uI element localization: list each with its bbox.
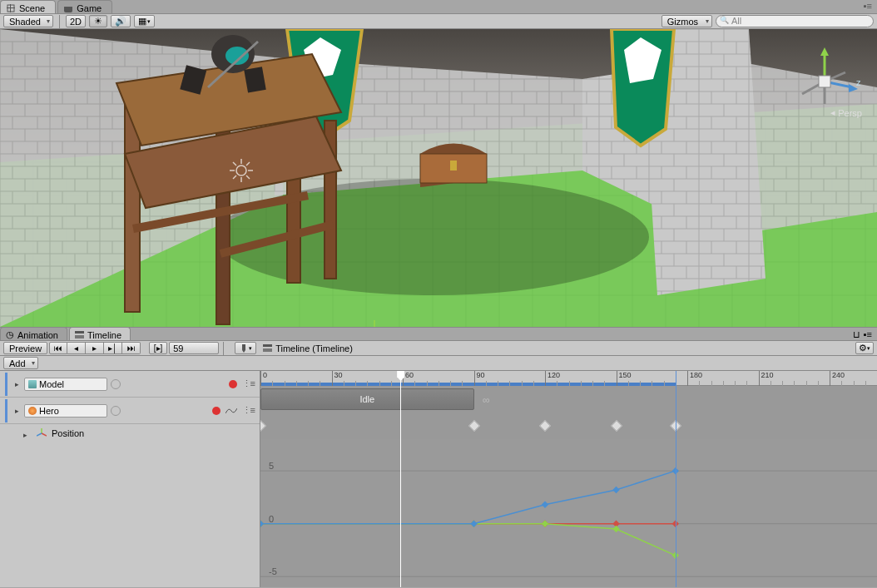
model-binding-field[interactable]: Model xyxy=(24,378,107,391)
add-track-button[interactable]: Add xyxy=(3,357,38,369)
svg-rect-79 xyxy=(612,526,619,532)
shading-mode-label: Shaded xyxy=(9,17,41,27)
idle-clip[interactable]: Idle ∞ xyxy=(260,388,474,410)
svg-line-63 xyxy=(42,433,47,436)
lower-tab-bar: ◷ Animation Timeline ⊔ ▪≡ xyxy=(0,327,877,341)
tab-scene-label: Scene xyxy=(19,3,45,13)
toolbar-divider xyxy=(59,15,60,28)
track-menu-icon[interactable]: ⋮≡ xyxy=(242,405,255,416)
gameobject-icon xyxy=(28,380,37,388)
window-menu-icon[interactable]: ▪≡ xyxy=(864,1,872,11)
scene-render xyxy=(0,29,877,327)
svg-rect-57 xyxy=(75,335,84,338)
gear-icon: ⚙ xyxy=(859,343,867,353)
ruler-tick: 0 xyxy=(260,371,267,386)
tab-game-label: Game xyxy=(77,3,102,13)
persp-text: Persp xyxy=(838,108,862,118)
gizmos-label: Gizmos xyxy=(667,17,698,27)
keyframe-diamond[interactable] xyxy=(468,420,479,432)
svg-rect-83 xyxy=(542,502,548,508)
frame-field[interactable]: 59 xyxy=(169,342,219,354)
tab-animation[interactable]: ◷ Animation xyxy=(0,327,67,340)
svg-marker-48 xyxy=(820,47,829,56)
lock-icon[interactable]: ⊔ xyxy=(853,329,860,340)
ruler-tick: 90 xyxy=(474,371,485,386)
keyframe-diamond[interactable] xyxy=(539,420,551,432)
2d-toggle-label: 2D xyxy=(70,17,82,27)
tab-game[interactable]: Game xyxy=(57,0,112,13)
next-frame-button[interactable]: ▸│ xyxy=(104,342,122,354)
foldout-icon[interactable] xyxy=(23,429,32,437)
play-button[interactable]: ▸ xyxy=(86,342,104,354)
timeline-asset-label: Timeline (Timeline) xyxy=(275,343,353,353)
settings-button[interactable]: ⚙▾ xyxy=(855,342,874,354)
search-placeholder: All xyxy=(731,16,741,26)
speaker-icon: 🔊 xyxy=(115,16,126,27)
svg-text:-5: -5 xyxy=(269,566,277,576)
loop-icon: ∞ xyxy=(483,394,490,406)
game-icon xyxy=(63,3,73,13)
2d-toggle[interactable]: 2D xyxy=(66,15,86,27)
lighting-toggle[interactable]: ☀ xyxy=(89,15,107,27)
goto-start-button[interactable]: ⏮ xyxy=(49,342,67,354)
gizmos-dropdown[interactable]: Gizmos xyxy=(661,15,712,27)
clip-label: Idle xyxy=(359,394,374,404)
svg-text:z: z xyxy=(856,77,861,87)
object-picker-icon[interactable] xyxy=(111,406,121,416)
keyframe-diamond[interactable] xyxy=(260,420,266,432)
hero-binding-field[interactable]: Hero xyxy=(24,404,107,418)
marker-button[interactable]: ▾ xyxy=(235,342,256,354)
curves-plot: 50-5 xyxy=(260,439,877,587)
curves-area[interactable]: 50-5 xyxy=(260,439,877,587)
foldout-icon[interactable] xyxy=(12,380,21,388)
track-hero[interactable]: Hero ⋮≡ xyxy=(0,398,260,424)
svg-rect-84 xyxy=(612,487,619,493)
audio-toggle[interactable]: 🔊 xyxy=(111,15,131,27)
hero-label: Hero xyxy=(39,406,59,416)
keyframe-diamond[interactable] xyxy=(610,420,622,432)
subtrack-position[interactable]: Position xyxy=(0,424,260,442)
time-ruler[interactable]: 0306090120150180210240 xyxy=(260,371,877,386)
track-menu-icon[interactable]: ⋮≡ xyxy=(242,378,255,389)
model-clip-row: Idle ∞ xyxy=(260,386,877,413)
timeline-icon xyxy=(75,330,84,339)
add-track-bar: Add xyxy=(0,356,877,371)
prev-frame-button[interactable]: ◂ xyxy=(67,342,86,354)
range-end-marker[interactable] xyxy=(676,371,676,587)
scene-toolbar: Shaded 2D ☀ 🔊 ▦▾ Gizmos All xyxy=(0,14,877,29)
projection-label[interactable]: ◂Persp xyxy=(830,107,862,118)
tab-timeline[interactable]: Timeline xyxy=(69,327,131,340)
picture-icon: ▦ xyxy=(138,16,146,27)
clock-icon: ◷ xyxy=(6,329,14,340)
play-range-button[interactable]: [▸] xyxy=(149,342,167,354)
foldout-icon[interactable] xyxy=(12,407,21,415)
timeline-content-panel[interactable]: 0306090120150180210240 Idle ∞ 50-5 xyxy=(260,371,877,587)
track-list-panel: Model ⋮≡ Hero ⋮≡ xyxy=(0,371,260,587)
timeline-control-bar: Preview ⏮ ◂ ▸ ▸│ ⏭ [▸] 59 ▾ Timeline (Ti… xyxy=(0,341,877,356)
goto-end-button[interactable]: ⏭ xyxy=(122,342,141,354)
gameobject-icon xyxy=(28,407,37,415)
shading-mode-dropdown[interactable]: Shaded xyxy=(3,15,53,27)
chevron-left-icon: ◂ xyxy=(830,107,835,118)
preview-label: Preview xyxy=(9,343,42,353)
ruler-tick: 30 xyxy=(332,371,343,386)
svg-rect-61 xyxy=(263,348,272,352)
scene-search[interactable]: All xyxy=(716,15,874,27)
object-picker-icon[interactable] xyxy=(111,379,121,389)
tab-scene[interactable]: Scene xyxy=(0,0,56,13)
panel-menu-icon[interactable]: ▪≡ xyxy=(864,329,872,340)
tab-animation-label: Animation xyxy=(17,330,58,340)
scene-viewport[interactable]: z ◂Persp xyxy=(0,29,877,327)
preview-toggle[interactable]: Preview xyxy=(3,342,47,354)
scene-game-tab-bar: Scene Game ▪≡ xyxy=(0,0,877,14)
fx-toggle[interactable]: ▦▾ xyxy=(134,15,155,27)
scene-icon xyxy=(6,3,16,13)
record-button[interactable] xyxy=(229,380,237,388)
record-button[interactable] xyxy=(212,407,220,415)
transform-icon xyxy=(37,428,47,438)
curves-toggle-icon[interactable] xyxy=(225,407,237,415)
track-model[interactable]: Model ⋮≡ xyxy=(0,371,260,398)
position-label: Position xyxy=(52,428,84,438)
svg-text:0: 0 xyxy=(269,514,274,524)
divider xyxy=(223,342,224,355)
